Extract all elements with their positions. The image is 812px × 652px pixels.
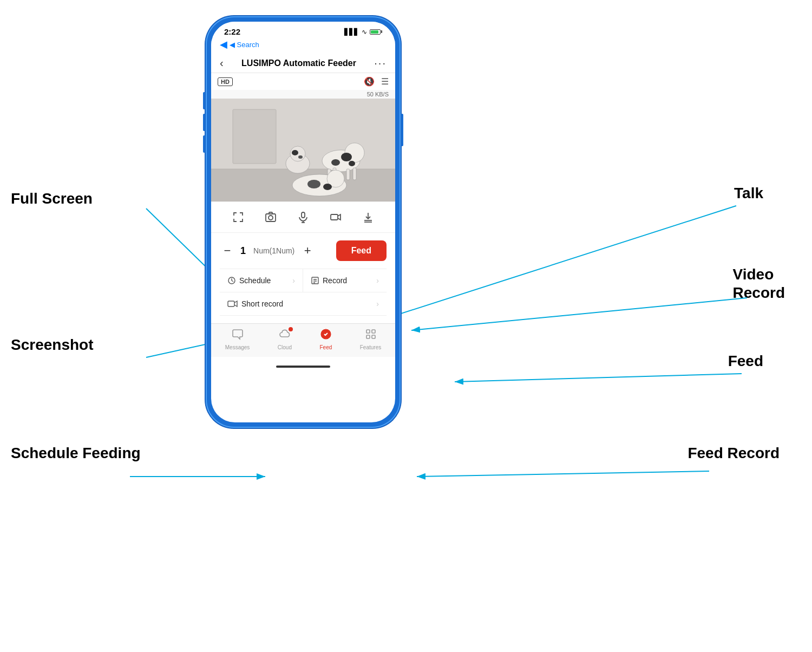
search-bar: ◀ ◀ Search [211,38,395,54]
svg-rect-39 [366,330,370,333]
cloud-icon [279,328,291,343]
feed-minus-button[interactable]: − [220,244,235,258]
svg-rect-25 [302,212,305,218]
list-icon[interactable]: ☰ [381,76,389,87]
schedule-item-left: Schedule [227,276,271,285]
speed-indicator: 50 KB/S [211,90,395,99]
record-list-icon [311,276,319,285]
hd-badge[interactable]: HD [218,77,233,86]
dog-scene [211,99,395,201]
tab-bar: Messages Cloud [211,323,395,357]
svg-rect-42 [372,335,375,338]
clock-icon [227,276,236,285]
video-top-bar: HD 🔇 ☰ [211,73,395,90]
svg-point-21 [323,184,332,190]
feed-row: − 1 Num(1Num) + Feed [220,240,387,261]
home-bar [276,366,330,368]
feed-plus-button[interactable]: + [300,244,315,258]
screenshot-button[interactable] [262,208,279,226]
tab-feed[interactable]: Feed [319,328,332,350]
short-record-icon [227,300,238,308]
svg-point-7 [292,150,298,155]
record-label: Record [323,276,347,285]
messages-label: Messages [225,344,250,350]
video-top-icons: 🔇 ☰ [364,76,389,87]
screenshot-label: Screenshot [11,336,94,354]
home-indicator [211,357,395,371]
record-item-left: Record [311,276,347,285]
svg-point-20 [307,180,320,188]
feed-record-label: Feed Record [687,444,780,462]
svg-rect-16 [346,169,350,180]
tab-features[interactable]: Features [360,328,381,350]
status-bar: 2:22 ▋▋▋ ∿ [211,22,395,38]
svg-rect-41 [366,335,370,338]
schedule-menu-item[interactable]: Schedule › [220,269,303,292]
full-screen-label: Full Screen [11,190,93,208]
tab-messages[interactable]: Messages [225,328,250,350]
video-frame [211,99,395,201]
talk-button[interactable] [294,208,312,226]
wifi-icon: ∿ [362,28,367,36]
schedule-feeding-label: Schedule Feeding [11,444,141,462]
short-record-left: Short record [227,299,283,308]
download-button[interactable] [359,208,377,226]
phone-device: 2:22 ▋▋▋ ∿ ◀ ◀ Search [206,16,401,428]
feed-counter: − 1 Num(1Num) + [220,244,315,258]
svg-point-13 [349,161,355,166]
svg-rect-4 [233,109,276,164]
short-record-label: Short record [241,299,283,308]
svg-point-11 [341,153,352,161]
mute-icon[interactable]: 🔇 [364,76,375,87]
short-record-chevron: › [376,299,379,308]
messages-icon [232,328,244,343]
svg-point-12 [331,159,340,166]
search-back-icon: ◀ [220,38,227,50]
menu-grid: Schedule › [220,269,387,292]
feed-count: 1 [240,245,246,257]
cloud-label: Cloud [278,344,292,350]
fullscreen-button[interactable] [230,208,247,226]
search-text: ◀ Search [230,41,259,49]
record-menu-item[interactable]: Record › [303,269,387,292]
feed-button[interactable]: Feed [336,240,387,261]
app-header: ‹ LUSIMPO Automatic Feeder ··· [211,54,395,73]
svg-point-8 [298,155,303,159]
status-icons: ▋▋▋ ∿ [344,28,382,36]
record-chevron: › [376,276,379,285]
feed-section: − 1 Num(1Num) + Feed [211,233,395,323]
video-record-button[interactable] [327,208,344,226]
features-icon [365,328,377,343]
signal-icon: ▋▋▋ [344,28,359,36]
schedule-label: Schedule [239,276,271,285]
schedule-chevron: › [292,276,295,285]
control-bar [211,201,395,233]
feed-label: Feed [728,352,763,370]
battery-icon [370,29,382,35]
video-record-label: VideoRecord [733,265,785,302]
svg-rect-40 [372,330,375,333]
talk-label: Talk [734,184,763,203]
feed-tab-label: Feed [319,344,332,350]
svg-rect-24 [269,212,272,214]
svg-rect-17 [353,168,356,180]
short-record-item[interactable]: Short record › [220,292,387,316]
feed-tab-icon [320,328,332,343]
app-title: LUSIMPO Automatic Feeder [241,58,356,68]
svg-rect-28 [331,214,338,220]
features-label: Features [360,344,381,350]
status-time: 2:22 [224,27,240,36]
more-button[interactable]: ··· [374,57,387,69]
back-button[interactable]: ‹ [220,57,224,69]
cloud-notification-dot [289,327,293,331]
feed-num-label: Num(1Num) [253,246,294,255]
tab-cloud[interactable]: Cloud [278,328,292,350]
svg-point-23 [269,216,273,220]
svg-rect-37 [228,301,234,307]
